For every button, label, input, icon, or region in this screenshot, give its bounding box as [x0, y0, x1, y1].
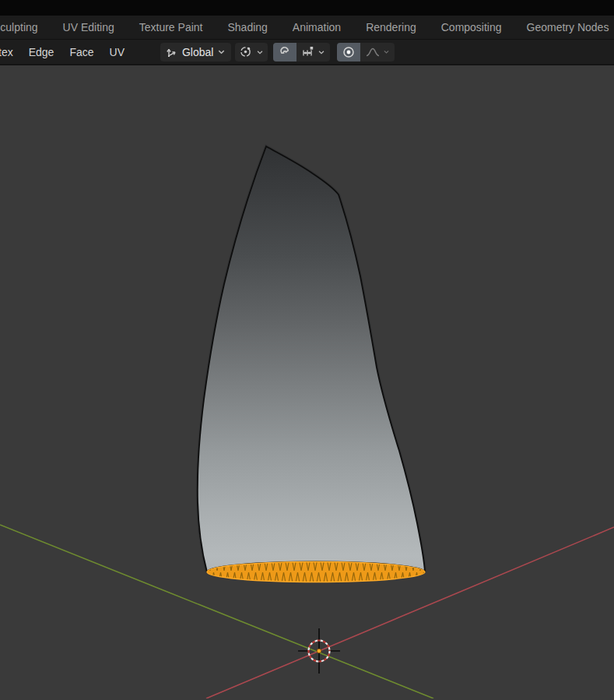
snap-increment-icon: [301, 45, 315, 59]
workspace-tab-sculpting[interactable]: Sculpting: [0, 21, 51, 33]
snap-to-dropdown[interactable]: [296, 43, 330, 62]
workspace-tab-compositing[interactable]: Compositing: [429, 21, 514, 33]
3d-viewport[interactable]: [0, 65, 614, 698]
chevron-down-icon: [383, 48, 390, 55]
workspace-tab-rendering[interactable]: Rendering: [353, 21, 429, 33]
blender-window: Sculpting UV Editing Texture Paint Shadi…: [0, 0, 614, 700]
menu-uv[interactable]: UV: [102, 46, 132, 58]
proportional-editing-icon: [342, 45, 356, 59]
snap-toggle-button[interactable]: [273, 43, 296, 62]
transform-orientation-dropdown[interactable]: Global: [160, 43, 231, 62]
proportional-editing-toggle[interactable]: [337, 43, 360, 62]
snapping-group: [273, 43, 330, 62]
workspace-tab-animation[interactable]: Animation: [280, 21, 353, 33]
proportional-editing-group: [337, 43, 395, 62]
transform-orientation-value: Global: [182, 46, 213, 58]
viewport-header: Vertex Edge Face UV Global: [0, 39, 614, 65]
pivot-point-icon: [239, 45, 252, 58]
proportional-falloff-dropdown[interactable]: [360, 43, 395, 62]
menu-edge[interactable]: Edge: [21, 46, 62, 58]
menu-face[interactable]: Face: [61, 46, 101, 58]
object-origin-dot: [317, 649, 321, 653]
workspace-tab-uv-editing[interactable]: UV Editing: [51, 21, 127, 33]
transform-orientation-icon: [166, 46, 178, 58]
proportional-falloff-curve-icon: [365, 45, 381, 59]
chevron-down-icon: [256, 48, 264, 56]
selected-edge-loop: [207, 562, 425, 582]
pivot-point-dropdown[interactable]: [235, 43, 268, 62]
top-black-bar: [0, 0, 614, 16]
magnet-icon: [278, 45, 292, 59]
workspace-tab-bar: Sculpting UV Editing Texture Paint Shadi…: [0, 16, 614, 39]
chevron-down-icon: [318, 48, 325, 56]
chevron-down-icon: [217, 47, 226, 56]
workspace-tab-shading[interactable]: Shading: [215, 21, 279, 33]
workspace-tab-geometry-nodes[interactable]: Geometry Nodes: [514, 21, 614, 33]
workspace-tab-texture-paint[interactable]: Texture Paint: [127, 21, 216, 33]
menu-vertex[interactable]: Vertex: [0, 46, 21, 58]
